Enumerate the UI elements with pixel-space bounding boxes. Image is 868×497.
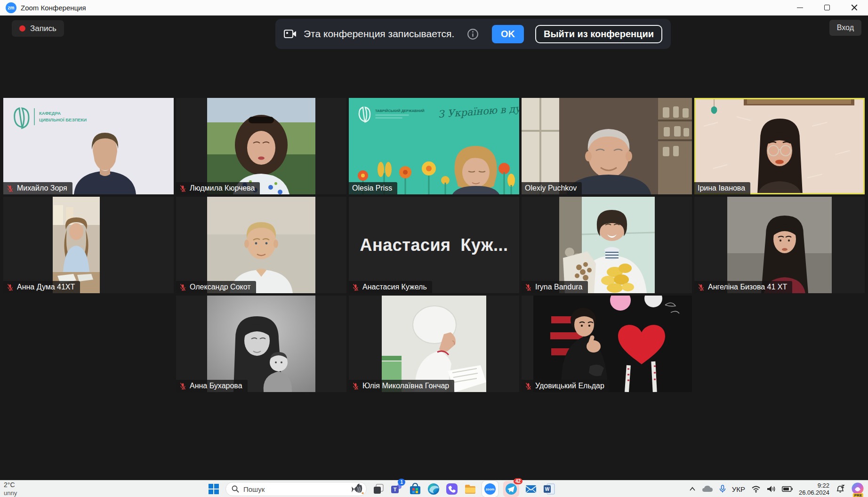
video-grid: КАФЕДРА ЦИВІЛЬНОЇ БЕЗПЕКИ Михайло Зоря (0, 98, 868, 394)
participant-name: Olesia Priss (352, 184, 392, 192)
minimize-button[interactable] (786, 0, 813, 15)
weather-condition: unny (4, 489, 17, 497)
telegram-badge: 42 (514, 478, 522, 484)
participant-name: Михайло Зоря (17, 184, 67, 192)
camera-off-name-text: Анастасия Куж... (349, 197, 519, 293)
zoom-app-icon: zoom (484, 483, 496, 495)
participant-video: КАФЕДРА ЦИВІЛЬНОЇ БЕЗПЕКИ (3, 98, 174, 194)
muted-mic-icon (352, 284, 359, 291)
muted-mic-icon (352, 383, 359, 390)
participant-video (522, 98, 692, 194)
participant-tile[interactable]: КАФЕДРА ЦИВІЛЬНОЇ БЕЗПЕКИ Михайло Зоря (3, 98, 174, 194)
participant-nameplate: Олександр Сокот (176, 281, 256, 293)
clock-widget[interactable]: 9:22 26.06.2024 (799, 482, 829, 496)
wifi-icon[interactable] (751, 486, 761, 493)
svg-text:ТАВРІЙСЬКИЙ ДЕРЖАВНИЙ: ТАВРІЙСЬКИЙ ДЕРЖАВНИЙ (375, 109, 425, 113)
task-view-icon (373, 483, 384, 495)
participant-tile[interactable]: Анастасия Куж... Анастасия Кужель (349, 197, 519, 293)
muted-mic-icon (525, 284, 532, 291)
muted-mic-icon (179, 185, 186, 192)
telegram-app-button[interactable]: 42 (503, 481, 519, 497)
participant-nameplate: Olexiy Puchkov (522, 182, 582, 194)
participant-tile[interactable]: Анна Дума 41ХТ (3, 197, 174, 293)
participant-tile[interactable]: Удовицький Ельдар (522, 296, 692, 392)
participant-nameplate: Ангеліна Бизова 41 ХТ (694, 281, 792, 293)
tray-chevron-icon[interactable] (689, 487, 696, 491)
participant-video (559, 197, 655, 293)
language-indicator[interactable]: УКР (732, 485, 745, 493)
participant-tile[interactable]: Юлія Миколаївна Гончар (349, 296, 519, 392)
close-button[interactable] (841, 0, 868, 15)
teams-app-button[interactable]: 1 T (390, 482, 403, 496)
participant-name: Удовицький Ельдар (535, 382, 604, 390)
participant-tile[interactable]: Людмила Кюрчева (176, 98, 346, 194)
microsoft-store-button[interactable] (409, 482, 422, 496)
participant-name: Юлія Миколаївна Гончар (362, 382, 449, 390)
maximize-icon (824, 5, 830, 10)
svg-text:ЦИВІЛЬНОЇ БЕЗПЕКИ: ЦИВІЛЬНОЇ БЕЗПЕКИ (39, 117, 87, 122)
volume-icon[interactable] (767, 485, 776, 493)
muted-mic-icon (525, 383, 532, 390)
mic-tray-icon[interactable] (719, 485, 726, 493)
participant-nameplate: Ірина Іванова (694, 182, 750, 194)
svg-text:W: W (545, 487, 550, 492)
muted-mic-icon (698, 284, 705, 291)
participant-name: Анастасия Кужель (362, 283, 427, 291)
viber-icon (446, 483, 458, 495)
edge-app-button[interactable] (427, 482, 440, 496)
muted-mic-icon (179, 383, 186, 390)
toast-text: Эта конференция записывается. (304, 28, 454, 40)
teams-badge: 1 (398, 479, 405, 486)
participant-video (727, 197, 832, 293)
participant-nameplate: Olesia Priss (349, 182, 397, 194)
copilot-button[interactable]: PRE (851, 482, 865, 496)
participant-nameplate: Iryna Bandura (522, 281, 588, 293)
participant-tile[interactable]: Olexiy Puchkov (522, 98, 692, 194)
mail-app-button[interactable] (524, 482, 538, 496)
participant-tile[interactable]: Олександр Сокот (176, 197, 346, 293)
participant-tile[interactable]: ТАВРІЙСЬКИЙ ДЕРЖАВНИЙ З Україною в душі (349, 98, 519, 194)
participant-name: Ангеліна Бизова 41 ХТ (708, 283, 787, 291)
battery-icon[interactable] (782, 486, 793, 492)
recording-dot-icon (19, 25, 25, 32)
maximize-button[interactable] (813, 0, 841, 15)
onedrive-icon[interactable] (702, 485, 713, 493)
start-button[interactable] (207, 482, 220, 496)
participant-name: Olexiy Puchkov (525, 184, 577, 192)
search-highlight-fish-icon (350, 483, 364, 495)
start-icon (209, 484, 219, 494)
clock-date: 26.06.2024 (799, 489, 829, 496)
participant-tile[interactable]: Iryna Bandura (522, 197, 692, 293)
recording-label: Запись (30, 24, 56, 33)
word-app-button[interactable]: W (543, 482, 556, 496)
recording-camera-icon (284, 29, 297, 39)
zoom-app-logo: zm (6, 2, 16, 13)
search-input[interactable]: Пошук (225, 482, 367, 496)
info-icon[interactable] (467, 28, 479, 40)
search-placeholder: Пошук (243, 485, 346, 493)
file-explorer-icon (464, 483, 476, 495)
muted-mic-icon (7, 284, 14, 291)
participant-video (694, 98, 865, 194)
taskbar: 2°C unny Пошук (0, 480, 868, 497)
participant-name: Людмила Кюрчева (190, 184, 255, 192)
participant-tile[interactable]: Ірина Іванова (694, 98, 865, 194)
leave-meeting-button[interactable]: Выйти из конференции (535, 25, 662, 43)
zoom-app-button[interactable]: zoom (482, 481, 498, 497)
muted-mic-icon (179, 284, 186, 291)
svg-text:zoom: zoom (486, 488, 494, 491)
task-view-button[interactable] (372, 482, 385, 496)
participant-tile[interactable]: Ангеліна Бизова 41 ХТ (694, 197, 865, 293)
microsoft-store-icon (409, 483, 421, 495)
participant-name: Ірина Іванова (698, 184, 745, 192)
participant-tile[interactable]: Анна Бухарова (176, 296, 346, 392)
file-explorer-button[interactable] (464, 482, 477, 496)
ok-button[interactable]: OK (492, 25, 524, 43)
focus-bell-icon[interactable] (836, 484, 845, 494)
participant-video (207, 296, 315, 392)
weather-widget[interactable]: 2°C unny (4, 481, 17, 497)
signin-button[interactable]: Вход (829, 20, 861, 36)
viber-app-button[interactable] (445, 482, 458, 496)
recording-indicator[interactable]: Запись (12, 20, 64, 37)
participant-video (53, 197, 100, 293)
